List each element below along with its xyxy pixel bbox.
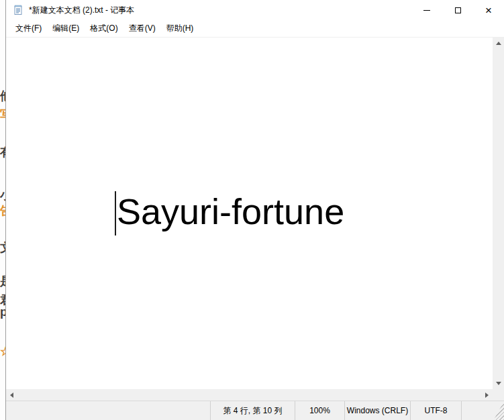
- background-text-fragment: 是: [0, 275, 5, 287]
- status-encoding: UTF-8: [410, 401, 461, 420]
- statusbar-spacer: [6, 401, 210, 420]
- background-text-fragment: p: [0, 306, 5, 318]
- minimize-button[interactable]: [411, 0, 442, 20]
- statusbar-tail: [461, 401, 492, 420]
- close-button[interactable]: ×: [473, 0, 504, 20]
- status-cursor-position: 第 4 行, 第 10 列: [210, 401, 295, 420]
- scroll-left-icon[interactable]: [10, 392, 13, 398]
- hscroll-row: [6, 389, 504, 401]
- status-zoom-level: 100%: [295, 401, 344, 420]
- background-text-fragment: 他: [0, 90, 5, 102]
- status-bar: 第 4 行, 第 10 列 100% Windows (CRLF) UTF-8: [6, 401, 504, 420]
- background-strip: 他写有小告文是君p☆: [0, 0, 5, 420]
- background-text-fragment: 文: [0, 242, 5, 254]
- background-text-fragment: 小: [0, 189, 5, 201]
- menu-bar: 文件(F) 编辑(E) 格式(O) 查看(V) 帮助(H): [6, 20, 504, 37]
- scroll-up-icon[interactable]: [496, 42, 501, 45]
- text-editor[interactable]: Sayuri-fortune: [6, 38, 493, 389]
- status-line-ending: Windows (CRLF): [344, 401, 410, 420]
- notepad-window: *新建文本文档 (2).txt - 记事本 × 文件(F) 编辑(E) 格式(O…: [5, 0, 504, 420]
- title-bar[interactable]: *新建文本文档 (2).txt - 记事本 ×: [6, 0, 504, 20]
- menu-item-help[interactable]: 帮助(H): [161, 20, 199, 37]
- scrollbar-corner: [493, 389, 504, 401]
- minimize-icon: [423, 10, 430, 11]
- menu-item-format[interactable]: 格式(O): [85, 20, 123, 37]
- maximize-icon: [455, 7, 461, 13]
- main-area: Sayuri-fortune 第 4 行, 第 10 列 100% Window…: [6, 37, 504, 420]
- background-text-fragment: 有: [0, 146, 5, 158]
- background-text-fragment: 写: [0, 109, 5, 121]
- background-text-fragment: 君: [0, 294, 5, 306]
- menu-item-view[interactable]: 查看(V): [123, 20, 161, 37]
- menu-item-file[interactable]: 文件(F): [10, 20, 47, 37]
- window-title: *新建文本文档 (2).txt - 记事本: [29, 5, 134, 16]
- editor-content: Sayuri-fortune: [117, 191, 344, 232]
- notepad-icon: [13, 5, 23, 15]
- scroll-down-icon[interactable]: [496, 382, 501, 385]
- resize-grip[interactable]: [492, 401, 504, 420]
- background-text-fragment: 告: [0, 205, 5, 217]
- editor-row: Sayuri-fortune: [6, 37, 504, 389]
- background-text-fragment: ☆: [0, 346, 5, 358]
- scroll-right-icon[interactable]: [485, 392, 489, 398]
- maximize-button[interactable]: [442, 0, 473, 20]
- text-caret: [115, 191, 116, 235]
- close-icon: ×: [485, 5, 492, 16]
- vertical-scrollbar[interactable]: [493, 38, 504, 389]
- horizontal-scrollbar[interactable]: [6, 389, 493, 401]
- menu-item-edit[interactable]: 编辑(E): [47, 20, 85, 37]
